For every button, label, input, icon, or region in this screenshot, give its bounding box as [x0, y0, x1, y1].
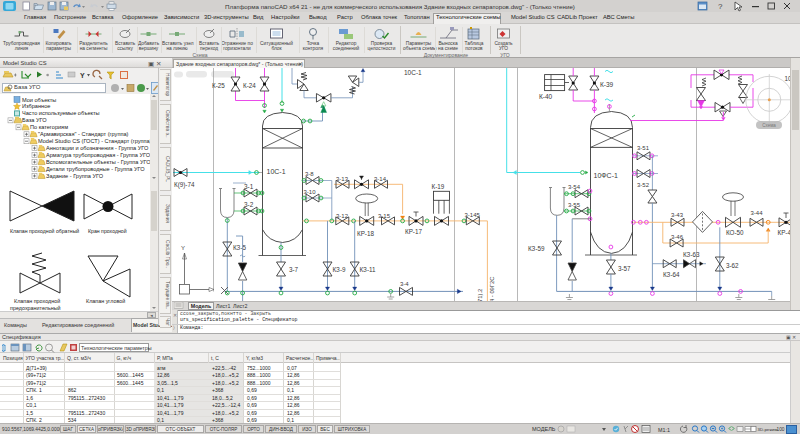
svg-text:К-40: К-40 — [539, 93, 553, 100]
svg-text:10ФС-1: 10ФС-1 — [594, 172, 618, 179]
svg-text:3-43: 3-43 — [671, 212, 684, 218]
svg-text:3-1: 3-1 — [244, 183, 254, 190]
svg-text:"Армавирская" - Стандарт (груп: "Армавирская" - Стандарт (группа) — [38, 131, 129, 137]
svg-text:Избранное: Избранное — [22, 103, 50, 109]
svg-text:К(9)-74: К(9)-74 — [174, 181, 195, 189]
svg-text:К-25: К-25 — [212, 82, 225, 89]
svg-text:К-19: К-19 — [432, 183, 445, 190]
svg-text:По категориям: По категориям — [30, 124, 68, 130]
svg-text:КЗ-64: КЗ-64 — [663, 271, 680, 278]
svg-text:3-55: 3-55 — [568, 202, 581, 208]
svg-text:3D-режим: 3D-режим — [758, 427, 778, 432]
svg-text:Y: Y — [181, 245, 185, 251]
svg-text:КЗ-9: КЗ-9 — [333, 266, 346, 273]
svg-text:3-57: 3-57 — [618, 265, 631, 272]
svg-text:3-2: 3-2 — [244, 201, 254, 208]
svg-text:К-24: К-24 — [243, 82, 256, 89]
svg-text:10С-1: 10С-1 — [404, 69, 422, 76]
svg-text:Клапан проходной: Клапан проходной — [14, 298, 60, 304]
svg-text:Y: Y — [80, 72, 85, 79]
svg-text:КЗ-5: КЗ-5 — [233, 244, 246, 251]
svg-text:3-7: 3-7 — [289, 266, 299, 273]
svg-text:Аннотации и обозначения - Груп: Аннотации и обозначения - Группа УГО — [46, 145, 149, 151]
svg-text:КЗ-11: КЗ-11 — [360, 266, 377, 273]
svg-text:КР-18: КР-18 — [357, 230, 374, 237]
svg-text:К-39: К-39 — [600, 81, 614, 88]
svg-text:?: ? — [718, 2, 723, 11]
svg-text:КЗ-59: КЗ-59 — [528, 245, 545, 252]
svg-text:КР-4: КР-4 — [778, 229, 791, 236]
svg-text:3-15: 3-15 — [378, 213, 391, 219]
svg-text:Задание - Группа УГО: Задание - Группа УГО — [46, 173, 104, 179]
svg-text:Мои объекты: Мои объекты — [22, 97, 56, 103]
svg-text:КЗ-63: КЗ-63 — [683, 251, 700, 258]
svg-text:Клапан проходной обратный: Клапан проходной обратный — [10, 228, 79, 234]
svg-text:10С-1: 10С-1 — [267, 168, 286, 175]
svg-text:Model Studio CS (ГОСТ) - Станд: Model Studio CS (ГОСТ) - Стандарт (групп… — [38, 138, 152, 144]
svg-text:М1:1: М1:1 — [658, 427, 670, 433]
svg-text:Часто используемые объекты: Часто используемые объекты — [22, 110, 100, 116]
svg-text:3-54: 3-54 — [568, 184, 581, 190]
svg-text:3-10: 3-10 — [304, 189, 317, 195]
svg-text:Вспомогательные объекты - Груп: Вспомогательные объекты - Группа УГО — [46, 159, 151, 165]
svg-text:Кран проходной: Кран проходной — [88, 228, 127, 234]
svg-text:4 - 09Г2С: 4 - 09Г2С — [489, 277, 495, 302]
svg-text:предохранительный: предохранительный — [10, 305, 61, 311]
svg-text:Схема: Схема — [762, 123, 776, 128]
svg-text:100: 100 — [777, 427, 785, 432]
svg-text:3-145: 3-145 — [465, 212, 481, 218]
svg-text:3-46: 3-46 — [671, 234, 684, 240]
svg-text:Клапан угловой: Клапан угловой — [86, 298, 125, 304]
svg-text:КО-50: КО-50 — [726, 229, 744, 236]
svg-text:3-4: 3-4 — [400, 281, 409, 287]
svg-text:3-52: 3-52 — [637, 182, 650, 188]
svg-text:3-51: 3-51 — [637, 145, 650, 151]
svg-text:10Ф: 10Ф — [785, 75, 791, 82]
svg-text:3-44: 3-44 — [751, 210, 764, 216]
svg-text:3-62: 3-62 — [726, 262, 739, 269]
svg-text:3-13: 3-13 — [336, 176, 349, 182]
svg-text:3-12: 3-12 — [336, 213, 349, 219]
svg-text:Арматура трубопроводная - Груп: Арматура трубопроводная - Группа УГО — [46, 152, 151, 158]
svg-text:3-8: 3-8 — [305, 171, 314, 177]
svg-text:Детали трубопроводные - Группа: Детали трубопроводные - Группа УГО — [46, 166, 145, 172]
svg-text:3-14: 3-14 — [374, 176, 387, 182]
svg-text:КР-17: КР-17 — [405, 228, 422, 235]
svg-text:База УГО: База УГО — [22, 117, 47, 123]
